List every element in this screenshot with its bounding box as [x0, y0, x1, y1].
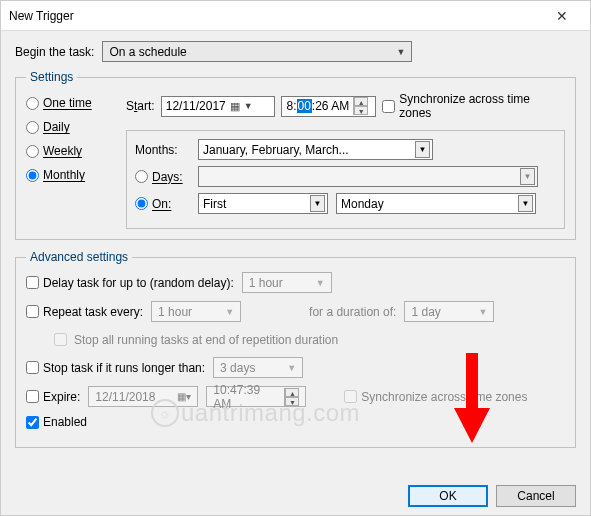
settings-group: Settings One time Daily Weekly: [15, 70, 576, 240]
radio-one-time[interactable]: One time: [26, 96, 116, 110]
radio-days[interactable]: Days:: [135, 170, 190, 184]
stop-if-dropdown: 3 days ▼: [213, 357, 303, 378]
start-label: Start:: [126, 99, 155, 113]
advanced-settings-group: Advanced settings Delay task for up to (…: [15, 250, 576, 448]
expire-time-input: 10:47:39 AM ▲ ▼: [206, 386, 306, 407]
days-dropdown[interactable]: ▼: [198, 166, 538, 187]
on-ordinal-dropdown[interactable]: First ▼: [198, 193, 328, 214]
chevron-down-icon: ▼: [244, 101, 253, 111]
chevron-down-icon: ▼: [287, 363, 296, 373]
begin-task-label: Begin the task:: [15, 45, 94, 59]
new-trigger-dialog: New Trigger ✕ Begin the task: On a sched…: [0, 0, 591, 516]
radio-monthly[interactable]: Monthly: [26, 168, 116, 182]
chevron-down-icon: ▼: [396, 47, 405, 57]
on-day-dropdown[interactable]: Monday ▼: [336, 193, 536, 214]
close-button[interactable]: ✕: [542, 2, 582, 30]
stop-all-checkbox: [54, 333, 67, 346]
chevron-down-icon: ▼: [316, 278, 325, 288]
ok-button[interactable]: OK: [408, 485, 488, 507]
cancel-button[interactable]: Cancel: [496, 485, 576, 507]
radio-weekly[interactable]: Weekly: [26, 144, 116, 158]
window-title: New Trigger: [9, 9, 74, 23]
repeat-checkbox[interactable]: Repeat task every:: [26, 305, 143, 319]
spin-up-icon: ▲: [285, 388, 299, 397]
months-label: Months:: [135, 143, 190, 157]
enabled-checkbox[interactable]: Enabled: [26, 415, 87, 429]
duration-dropdown: 1 day ▼: [404, 301, 494, 322]
settings-legend: Settings: [26, 70, 77, 84]
duration-label: for a duration of:: [309, 305, 396, 319]
chevron-down-icon: ▼: [310, 195, 325, 212]
expire-date-input: 12/11/2018 ▦▾: [88, 386, 198, 407]
spin-down-icon: ▼: [285, 397, 299, 406]
expire-sync-checkbox: Synchronize across time zones: [344, 390, 527, 404]
chevron-down-icon: ▼: [479, 307, 488, 317]
calendar-icon: ▦: [230, 100, 240, 113]
stop-if-checkbox[interactable]: Stop task if it runs longer than:: [26, 361, 205, 375]
radio-on[interactable]: On:: [135, 197, 190, 211]
spin-down-icon[interactable]: ▼: [354, 106, 368, 115]
calendar-icon: ▦▾: [177, 391, 191, 402]
months-dropdown[interactable]: January, February, March... ▼: [198, 139, 433, 160]
start-time-input[interactable]: 8:00:26 AM ▲ ▼: [281, 96, 376, 117]
time-spinner: ▲ ▼: [284, 388, 299, 406]
chevron-down-icon: ▼: [225, 307, 234, 317]
delay-dropdown: 1 hour ▼: [242, 272, 332, 293]
begin-task-dropdown[interactable]: On a schedule ▼: [102, 41, 412, 62]
chevron-down-icon: ▼: [415, 141, 430, 158]
start-date-input[interactable]: 12/11/2017 ▦ ▼: [161, 96, 276, 117]
radio-daily[interactable]: Daily: [26, 120, 116, 134]
chevron-down-icon: ▼: [518, 195, 533, 212]
delay-checkbox[interactable]: Delay task for up to (random delay):: [26, 276, 234, 290]
titlebar: New Trigger ✕: [1, 1, 590, 31]
chevron-down-icon: ▼: [520, 168, 535, 185]
spin-up-icon[interactable]: ▲: [354, 97, 368, 106]
expire-checkbox[interactable]: Expire:: [26, 390, 80, 404]
advanced-legend: Advanced settings: [26, 250, 132, 264]
repeat-dropdown: 1 hour ▼: [151, 301, 241, 322]
sync-timezones-checkbox[interactable]: Synchronize across time zones: [382, 92, 565, 120]
time-spinner[interactable]: ▲ ▼: [353, 97, 368, 115]
